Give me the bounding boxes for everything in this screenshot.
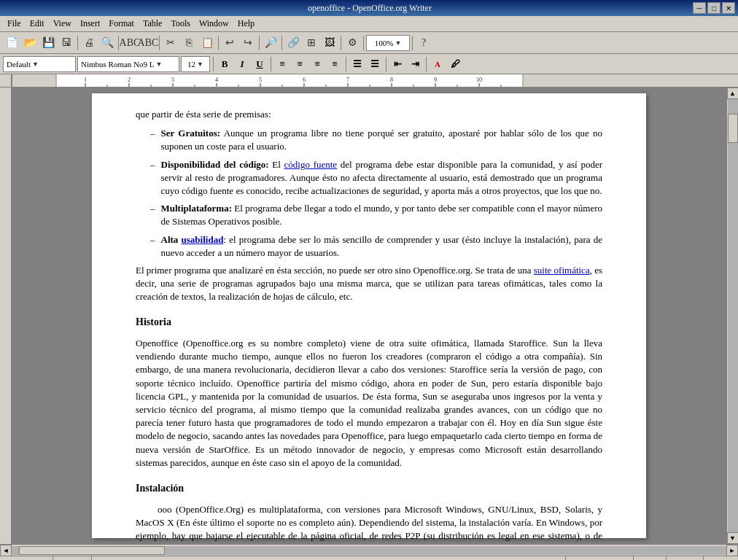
bullet-text-gratuitos: Ser Gratuitos: Aunque un programa libre …	[161, 127, 603, 153]
save-as-button[interactable]: 🖫	[58, 34, 75, 52]
outdent-button[interactable]: ⇤	[389, 56, 405, 72]
menu-file[interactable]: File	[3, 17, 26, 31]
copy-button[interactable]: ⎘	[180, 34, 198, 52]
list-item: – Ser Gratuitos: Aunque un programa libr…	[150, 127, 602, 153]
heading-instalacion: Instalación	[136, 481, 602, 496]
zoom-selector[interactable]: 100% ▼	[366, 35, 410, 51]
text-paragraph-historia: Openoffice (Openoffice.org es su nombre …	[136, 337, 602, 470]
language-status: Spanish (Spain)	[566, 556, 634, 560]
ruler-side	[0, 74, 12, 87]
find-button[interactable]: 🔎	[262, 34, 279, 52]
insert-mode-status: INSRT	[667, 556, 704, 560]
svg-text:1: 1	[84, 77, 87, 83]
list-item: – Alta usabilidad: el programa debe ser …	[150, 233, 602, 260]
menu-help[interactable]: Help	[233, 17, 259, 31]
svg-rect-1	[56, 74, 523, 87]
numbering-button[interactable]: ☰	[367, 56, 383, 72]
paste-button[interactable]: 📋	[198, 34, 216, 52]
save-button[interactable]: 💾	[39, 34, 57, 52]
close-button[interactable]: ✕	[722, 2, 735, 14]
bullet-dash: –	[150, 202, 155, 228]
menu-window[interactable]: Window	[195, 17, 233, 31]
insert-picture-button[interactable]: 🖼	[321, 34, 338, 52]
toolbar-separator-5	[259, 36, 260, 50]
paragraph-style-dropdown[interactable]: Default ▼	[3, 56, 76, 72]
new-button[interactable]: 📄	[3, 34, 20, 52]
bold-button[interactable]: B	[217, 56, 233, 72]
scroll-track[interactable]	[728, 99, 738, 532]
style-status: Default	[53, 556, 92, 560]
size-value: 12	[187, 60, 195, 69]
maximize-button[interactable]: □	[707, 2, 720, 14]
toolbar-separator-6	[281, 36, 282, 50]
font-color-button[interactable]: A	[430, 56, 446, 72]
scroll-right-button[interactable]: ►	[726, 545, 738, 556]
scroll-left-button[interactable]: ◄	[0, 545, 12, 556]
fmt-sep-1	[213, 57, 214, 71]
help-button[interactable]: ?	[415, 34, 432, 52]
toolbar-separator-8	[363, 36, 364, 50]
link-button[interactable]: 🔗	[284, 34, 302, 52]
statusbar: Page 1 / 2 Default Spanish (Spain) 100% …	[0, 556, 738, 560]
svg-text:6: 6	[303, 77, 306, 83]
align-right-button[interactable]: ≡	[309, 56, 325, 72]
redo-button[interactable]: ↪	[239, 34, 257, 52]
scroll-thumb[interactable]	[728, 114, 738, 143]
spellcheck-button[interactable]: ABC	[121, 34, 139, 52]
menu-table[interactable]: Table	[139, 17, 166, 31]
scroll-up-button[interactable]: ▲	[727, 88, 739, 99]
menu-tools[interactable]: Tools	[166, 17, 195, 31]
open-button[interactable]: 📂	[21, 34, 39, 52]
hscroll-thumb[interactable]	[19, 546, 165, 555]
highlight-button[interactable]: 🖊	[447, 56, 463, 72]
window-controls: ─ □ ✕	[693, 2, 735, 14]
main-area: que partir de ésta serie de premisas: – …	[0, 88, 738, 544]
italic-button[interactable]: I	[234, 56, 250, 72]
left-margin-ruler	[0, 88, 12, 544]
document-scroll-area[interactable]: que partir de ésta serie de premisas: – …	[12, 88, 726, 544]
bullets-button[interactable]: ☰	[349, 56, 365, 72]
style-arrow-icon: ▼	[32, 61, 39, 68]
link-suite-ofimatica[interactable]: suite ofimática	[534, 265, 590, 276]
size-arrow-icon: ▼	[197, 61, 203, 68]
align-justify-button[interactable]: ≡	[327, 56, 343, 72]
menu-format[interactable]: Format	[104, 17, 139, 31]
horizontal-ruler: 1 2 3 4 5 6 7 8 9 10	[12, 74, 738, 87]
hscroll-track[interactable]	[12, 546, 726, 555]
link-codigo-fuente[interactable]: código fuente	[284, 159, 338, 170]
align-center-button[interactable]: ≡	[292, 56, 308, 72]
bullet-text-codigo: Disponibilidad del código: El código fue…	[161, 158, 603, 198]
list-item: – Multiplataforma: El programa debe lleg…	[150, 202, 602, 228]
zoom-status: 100%	[634, 556, 667, 560]
align-left-button[interactable]: ≡	[274, 56, 290, 72]
link-usabilidad[interactable]: usabilidad	[182, 234, 224, 245]
autocorrect-button[interactable]: ABC	[139, 34, 157, 52]
indent-button[interactable]: ⇥	[407, 56, 423, 72]
menu-insert[interactable]: Insert	[76, 17, 104, 31]
svg-text:5: 5	[259, 77, 262, 83]
scroll-down-button[interactable]: ▼	[727, 532, 739, 544]
bullet-list: – Ser Gratuitos: Aunque un programa libr…	[150, 127, 602, 260]
bullet-dash: –	[150, 158, 155, 198]
font-name-dropdown[interactable]: Nimbus Roman No9 L ▼	[77, 56, 179, 72]
toolbar-separator-3	[159, 36, 160, 50]
menu-view[interactable]: View	[49, 17, 76, 31]
table-button[interactable]: ⊞	[303, 34, 320, 52]
fmt-sep-2	[271, 57, 271, 71]
font-size-dropdown[interactable]: 12 ▼	[181, 56, 210, 72]
font-value: Nimbus Roman No9 L	[81, 60, 155, 69]
underline-button[interactable]: U	[252, 56, 268, 72]
menu-edit[interactable]: Edit	[26, 17, 49, 31]
print-preview-button[interactable]: 🔍	[98, 34, 116, 52]
link-mirrors[interactable]: mirrors	[136, 543, 163, 544]
print-button[interactable]: 🖨	[80, 34, 98, 52]
font-arrow-icon: ▼	[156, 61, 163, 68]
svg-text:9: 9	[434, 77, 437, 83]
std-status: STD	[704, 556, 732, 560]
ruler-svg: 1 2 3 4 5 6 7 8 9 10	[12, 74, 738, 87]
cut-button[interactable]: ✂	[162, 34, 179, 52]
more-controls-button[interactable]: ⚙	[343, 34, 361, 52]
undo-button[interactable]: ↩	[221, 34, 238, 52]
minimize-button[interactable]: ─	[693, 2, 706, 14]
toolbar-separator-4	[218, 36, 219, 50]
